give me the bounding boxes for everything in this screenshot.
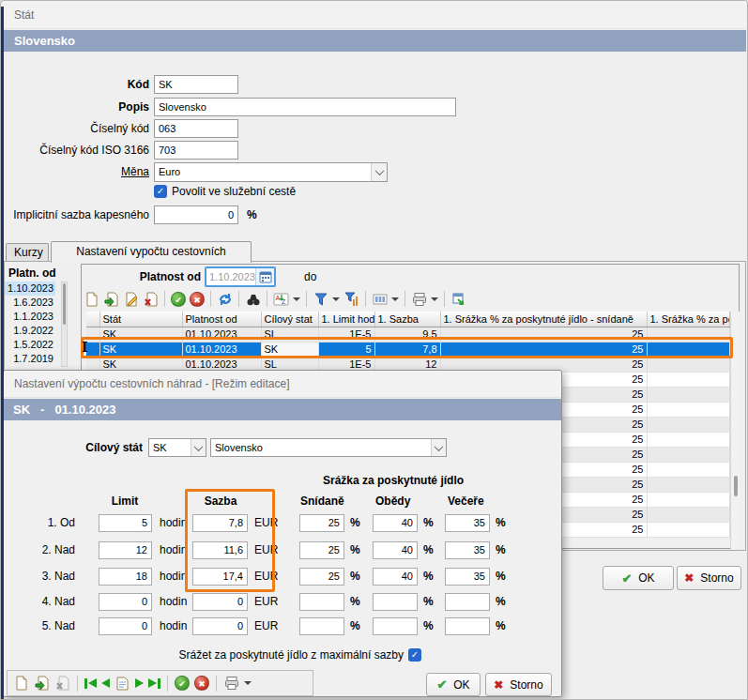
dialog-ok-button[interactable]: ✔ OK	[426, 673, 481, 696]
list-item[interactable]: 1.1.2023	[5, 310, 55, 324]
sort-az-icon[interactable]: AZ	[273, 291, 289, 307]
confirm-icon[interactable]: ✔	[175, 676, 190, 691]
table-scrollbar-thumb[interactable]	[734, 476, 738, 496]
snidane-field[interactable]: 25	[299, 541, 344, 559]
sazba-field[interactable]: 0	[192, 617, 248, 635]
table-row[interactable]: SK 01.10.2023 SI 1E-5 9,5 25	[86, 327, 729, 342]
vecere-field[interactable]	[445, 617, 490, 635]
col-cilovy-stat[interactable]: Cílový stat	[261, 312, 318, 327]
vecere-field[interactable]: 35	[445, 514, 490, 532]
filter-chart-icon[interactable]	[343, 291, 359, 307]
list-item[interactable]: 1.7.2019	[5, 352, 55, 366]
col-sazba[interactable]: 1. Sazba	[374, 312, 440, 327]
list-item[interactable]: 1.9.2022	[5, 324, 55, 338]
mena-combobox[interactable]: Euro	[154, 162, 388, 182]
snidane-field[interactable]	[299, 593, 344, 611]
col-srazka-snidane[interactable]: 1. Srážka % za poskytnuté jídlo - snídan…	[440, 312, 647, 327]
pct-unit: %	[496, 514, 506, 532]
list-scrollbar[interactable]	[61, 282, 68, 367]
tab-nastaveni-nahrad[interactable]: Nastavení vypočtu cestovních náhrad	[51, 241, 252, 263]
list-item[interactable]: 1.10.2023	[5, 282, 55, 296]
dialog-storno-button[interactable]: ✖ Storno	[485, 673, 552, 696]
table-row-selected[interactable]: SK 01.10.2023 SK 5 7,8 25	[86, 342, 729, 357]
kod-field[interactable]: SK	[154, 75, 238, 94]
export-icon[interactable]	[450, 291, 466, 307]
povolit-checkbox[interactable]: ✓	[154, 185, 167, 198]
obedy-field[interactable]	[373, 617, 418, 635]
limit-field[interactable]: 18	[99, 568, 152, 586]
last-record-icon[interactable]	[148, 678, 160, 689]
calendar-icon[interactable]	[255, 268, 274, 285]
sort-dropdown-caret[interactable]	[293, 297, 300, 301]
record-list-icon[interactable]	[114, 676, 130, 692]
filter-dropdown-caret[interactable]	[332, 297, 340, 301]
iso-field[interactable]: 703	[154, 141, 238, 160]
limit-field[interactable]: 12	[99, 541, 152, 559]
pct-unit: %	[423, 593, 434, 611]
ok-button[interactable]: ✔ OK	[603, 566, 674, 590]
print-icon[interactable]	[411, 291, 427, 307]
storno-button[interactable]: ✖ Storno	[677, 566, 741, 590]
vecere-field[interactable]	[445, 593, 490, 611]
limit-field[interactable]: 5	[99, 514, 152, 532]
col-limit-hodin[interactable]: 1. Limit hodin	[318, 312, 374, 327]
new-record-icon[interactable]	[13, 676, 29, 692]
popis-field[interactable]: Slovensko	[154, 98, 456, 116]
ciselny-kod-field[interactable]: 063	[154, 119, 238, 138]
vecere-field[interactable]: 35	[445, 568, 490, 586]
platnost-od-datebox[interactable]: 1.10.2023	[205, 266, 276, 287]
copy-record-icon[interactable]	[103, 291, 119, 307]
edit-record-icon[interactable]	[123, 291, 139, 307]
cilovy-stat-name-combobox[interactable]: Slovensko	[210, 438, 447, 457]
filter-icon[interactable]	[313, 291, 328, 307]
snidane-field[interactable]: 25	[299, 514, 344, 532]
next-record-icon[interactable]	[135, 678, 144, 688]
table-scrollbar[interactable]	[730, 312, 740, 550]
platnost-od-value[interactable]: 1.10.2023	[206, 268, 255, 285]
col-srazka-2[interactable]: 1. Srážka % za pos	[647, 312, 729, 327]
print-icon[interactable]	[223, 676, 239, 692]
limit-field[interactable]: 0	[99, 617, 152, 635]
print-dropdown-caret[interactable]	[244, 681, 252, 685]
delete-record-icon[interactable]	[143, 291, 159, 307]
sazba-field[interactable]: 0	[192, 593, 248, 611]
sazba-field[interactable]: 17,4	[192, 568, 248, 586]
col-marker[interactable]	[86, 312, 99, 327]
sazba-field[interactable]: 7,8	[192, 514, 248, 532]
refresh-icon[interactable]	[217, 291, 233, 307]
previous-record-icon[interactable]	[101, 678, 110, 688]
tab-kurzy[interactable]: Kurzy	[6, 243, 49, 261]
list-item[interactable]: 1.5.2022	[5, 338, 55, 352]
list-scrollbar-thumb[interactable]	[63, 283, 66, 325]
limit-field[interactable]: 0	[99, 593, 152, 611]
chevron-down-icon[interactable]	[431, 439, 446, 456]
new-record-icon[interactable]	[84, 291, 99, 307]
obedy-field[interactable]: 40	[373, 568, 418, 586]
snidane-field[interactable]	[299, 617, 344, 635]
mena-label[interactable]: Měna	[1, 162, 149, 181]
obedy-field[interactable]	[373, 593, 418, 611]
chevron-down-icon[interactable]	[371, 163, 387, 181]
cancel-icon[interactable]: ✖	[194, 676, 209, 691]
chevron-down-icon[interactable]	[191, 439, 206, 456]
obedy-field[interactable]: 40	[373, 541, 418, 559]
first-record-icon[interactable]	[84, 678, 97, 689]
copy-record-icon[interactable]	[34, 676, 50, 692]
srazet-checkbox[interactable]: ✓	[408, 648, 421, 662]
col-platnost-od[interactable]: Platnost od	[182, 312, 261, 327]
snidane-field[interactable]: 25	[299, 568, 344, 586]
cilovy-stat-code-combobox[interactable]: SK	[148, 438, 206, 457]
columns-icon[interactable]	[372, 291, 388, 307]
row-label: 4. Nad	[4, 593, 75, 611]
search-binoculars-icon[interactable]	[245, 291, 261, 307]
obedy-field[interactable]: 40	[373, 514, 418, 532]
col-stat[interactable]: Stát	[99, 312, 182, 327]
print-dropdown-caret[interactable]	[431, 297, 438, 301]
list-item[interactable]: 1.6.2023	[5, 296, 55, 310]
cancel-icon[interactable]: ✖	[190, 292, 205, 307]
sazba-field[interactable]: 11,6	[192, 541, 248, 559]
vecere-field[interactable]: 35	[445, 541, 490, 559]
confirm-icon[interactable]: ✔	[171, 292, 186, 307]
kapesne-field[interactable]: 0	[154, 205, 238, 224]
columns-dropdown-caret[interactable]	[391, 297, 399, 301]
